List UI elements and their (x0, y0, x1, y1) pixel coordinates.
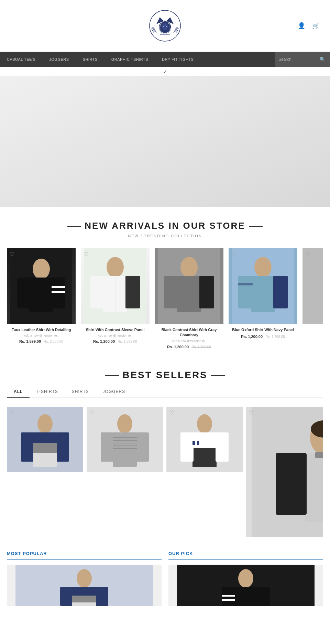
subtitle-line-left (111, 236, 125, 236)
nav-checkmark: ✓ (0, 67, 330, 76)
trending-title: NEW ARRIVALS IN OUR STORE (64, 221, 266, 231)
price-current-3: Rs. 1,200.00 (167, 345, 189, 349)
price-original-2: Rs. 1,799.00 (118, 340, 137, 343)
hero-banner (0, 76, 330, 207)
svg-point-2 (162, 23, 168, 30)
trending-product-1-img: ♡ (7, 248, 76, 324)
trending-product-1[interactable]: ♡ Faux Leather Shirt With Detailing Add … (7, 248, 76, 352)
svg-point-81 (238, 569, 253, 588)
wishlist-icon-2[interactable]: ♡ (84, 251, 88, 258)
bs-product-1-img: ♡ (7, 407, 83, 472)
svg-point-31 (254, 257, 272, 278)
bs-wishlist-2[interactable]: ♡ (89, 409, 94, 416)
search-box: 🔍 (275, 52, 330, 67)
svg-rect-58 (180, 432, 194, 462)
price-current-2: Rs. 1,200.00 (93, 339, 115, 343)
trending-product-2[interactable]: ♡ Shirt With Contrast Sleeve Panel Add a… (81, 248, 150, 352)
featured-product[interactable]: ♡ (246, 407, 323, 537)
trending-product-4-img: ♡ (229, 248, 297, 324)
svg-point-20 (107, 257, 124, 278)
tab-joggers[interactable]: JOGGERS (96, 386, 132, 398)
nav-dry-fit-tights[interactable]: DRY FIT TIGHTS (155, 52, 200, 67)
price-original-4: Rs. 1,799.00 (265, 335, 285, 339)
svg-rect-82 (234, 587, 258, 606)
nav-casual-tees[interactable]: CASUAL TEE'S (0, 52, 42, 67)
svg-rect-28 (164, 276, 179, 308)
svg-rect-47 (101, 432, 114, 462)
svg-rect-11 (0, 76, 330, 207)
svg-point-38 (37, 414, 53, 433)
bs-wishlist-3[interactable]: ♡ (169, 409, 174, 416)
bs-product-2[interactable]: ♡ (87, 407, 163, 537)
trending-product-3-info: Black Contrast Shirt With Gray Chambray … (155, 324, 223, 352)
most-popular-section: MOST POPULAR (7, 551, 162, 606)
navbar: CASUAL TEE'S JOGGERS SHIRTS GRAPHIC TSHI… (0, 52, 330, 67)
hero-content (0, 76, 330, 207)
trending-subtitle: NEW / TRENDING COLLECTION (7, 234, 323, 238)
nav-joggers[interactable]: JOGGERS (42, 52, 76, 67)
trending-product-4-name: Blue Oxford Shirt With Navy Panel (229, 327, 297, 332)
svg-rect-61 (195, 441, 197, 445)
user-icon[interactable]: 👤 (298, 22, 305, 30)
best-sellers-section: BEST SELLERS ALL T-SHIRTS SHIRTS JOGGERS… (0, 359, 330, 541)
trending-product-4-info: Blue Oxford Shirt With Navy Panel Rs. 1,… (229, 324, 297, 342)
trending-product-3-price: Rs. 1,200.00 Rs. 1,799.00 (155, 345, 223, 349)
trending-product-2-info: Shirt With Contrast Sleeve Panel Add a n… (81, 324, 150, 347)
most-popular-img[interactable] (7, 565, 162, 606)
trending-product-3[interactable]: ♡ Black Contrast Shirt With Gray Chambra… (155, 248, 223, 352)
svg-rect-85 (222, 595, 235, 597)
svg-point-55 (197, 414, 212, 433)
bs-product-1[interactable]: ♡ (7, 407, 83, 537)
wishlist-icon-3[interactable]: ♡ (157, 251, 162, 258)
our-pick-img[interactable] (168, 565, 323, 606)
svg-point-45 (117, 414, 132, 433)
wishlist-icon-4[interactable]: ♡ (231, 251, 236, 258)
svg-rect-78 (72, 596, 96, 602)
best-sellers-title: BEST SELLERS (7, 370, 323, 381)
trending-product-4[interactable]: ♡ Blue Oxford Shirt With Navy Panel Rs. … (229, 248, 297, 352)
trending-products-row: ♡ Faux Leather Shirt With Detailing Add … (0, 241, 330, 359)
bs-product-3[interactable]: ♡ (166, 407, 243, 537)
svg-rect-59 (216, 432, 229, 462)
featured-wishlist[interactable]: ♡ (249, 409, 254, 416)
trending-product-2-price: Rs. 1,200.00 Rs. 1,799.00 (81, 339, 150, 343)
price-original-3: Rs. 1,799.00 (191, 345, 211, 349)
svg-rect-18 (52, 291, 65, 293)
nav-shirts[interactable]: SHIRTS (76, 52, 104, 67)
cart-icon[interactable]: 🛒 (312, 22, 320, 30)
trending-section-header: NEW ARRIVALS IN OUR STORE NEW / TRENDING… (0, 207, 330, 241)
trending-product-1-sub: Add a new dimension to.. (7, 334, 76, 337)
trending-product-3-sub: Add a new dimension to.. (155, 339, 223, 343)
svg-point-26 (180, 257, 198, 278)
wishlist-icon-1[interactable]: ♡ (10, 251, 14, 258)
tab-shirts[interactable]: SHIRTS (65, 386, 96, 398)
our-pick-section: OUR PICK (168, 551, 323, 606)
tab-tshirts[interactable]: T-SHIRTS (30, 386, 65, 398)
trending-product-2-sub: Add a new dimension to.. (81, 334, 150, 337)
svg-rect-34 (273, 276, 288, 308)
wishlist-icon-5[interactable]: ♡ (305, 251, 310, 258)
svg-rect-65 (305, 453, 323, 522)
svg-rect-14 (29, 278, 53, 312)
tab-all[interactable]: ALL (7, 386, 30, 398)
trending-product-5[interactable]: ♡ (302, 248, 323, 352)
svg-point-6 (163, 26, 164, 27)
search-input[interactable] (278, 57, 320, 62)
svg-rect-56 (192, 432, 217, 448)
svg-rect-35 (238, 283, 253, 285)
svg-rect-48 (136, 432, 149, 462)
bs-wishlist-1[interactable]: ♡ (10, 409, 14, 416)
trending-product-1-name: Faux Leather Shirt With Detailing (7, 327, 76, 332)
svg-point-13 (33, 259, 50, 279)
nav-graphic-tshirts[interactable]: GRAPHIC TSHIRTS (104, 52, 155, 67)
search-icon[interactable]: 🔍 (320, 57, 326, 62)
trending-product-2-img: ♡ (81, 248, 150, 324)
our-pick-title: OUR PICK (168, 551, 323, 560)
svg-point-7 (166, 26, 167, 27)
svg-rect-23 (125, 276, 140, 308)
logo[interactable] (148, 7, 182, 45)
trending-product-3-img: ♡ (155, 248, 223, 324)
trending-product-1-info: Faux Leather Shirt With Detailing Add a … (7, 324, 76, 347)
svg-rect-36 (302, 273, 323, 298)
most-popular-title: MOST POPULAR (7, 551, 162, 560)
